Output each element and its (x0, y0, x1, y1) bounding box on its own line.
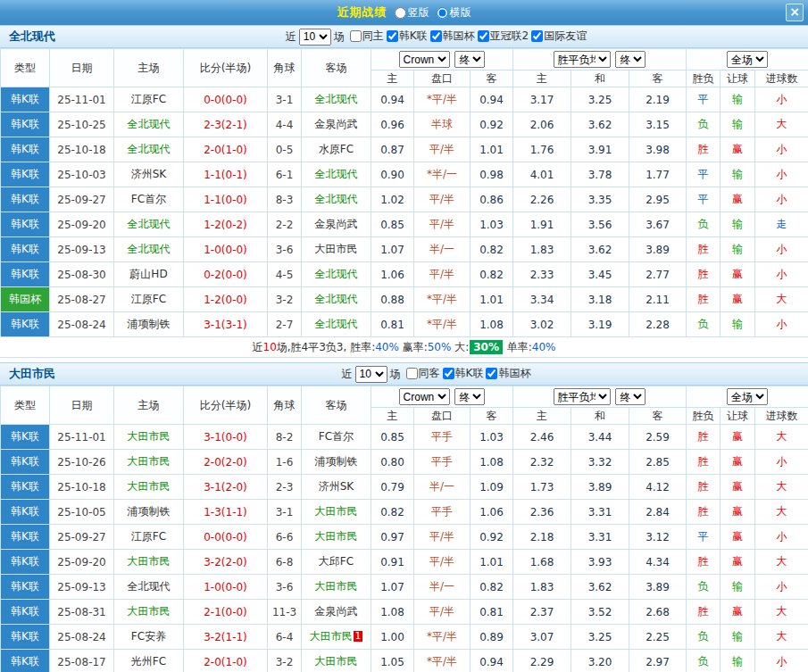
avg-stage-select[interactable]: 终 (615, 388, 646, 405)
home-team: 全北现代 (114, 137, 184, 162)
league-filter-checkbox[interactable]: 韩国杯 (486, 366, 530, 381)
handicap-result-cell: 输 (721, 237, 755, 262)
result-cell: 平 (687, 87, 721, 112)
odds-stage-select[interactable]: 终 (454, 51, 485, 68)
league-type-cell: 韩K联 (1, 600, 50, 625)
scope-group-header: 全场 (687, 386, 808, 408)
avg-home-odds: 1.76 (513, 137, 571, 162)
avg-home-odds: 1.83 (513, 237, 571, 262)
avg-away-odds: 2.28 (629, 312, 687, 337)
match-date: 25-09-13 (50, 237, 114, 262)
handicap: 半/一 (414, 575, 471, 600)
avg-stage-select[interactable]: 终 (615, 51, 646, 68)
avg-away-odds: 2.59 (629, 425, 687, 450)
match-date: 25-08-30 (50, 262, 114, 287)
avg-draw-odds: 3.31 (571, 500, 629, 525)
avg-home-odds: 3.17 (513, 87, 571, 112)
match-row: 韩K联25-10-26大田市民2-0(2-0)1-6浦项制铁0.80平手1.08… (1, 450, 808, 475)
odds-stage-select[interactable]: 终 (454, 388, 485, 405)
avg-draw-odds: 3.25 (571, 87, 629, 112)
vertical-radio-input[interactable] (395, 7, 406, 19)
match-date: 25-11-01 (50, 87, 114, 112)
corner-score: 2-2 (268, 212, 302, 237)
handicap-result-cell: 赢 (721, 187, 755, 212)
goals-result-cell: 大 (755, 425, 808, 450)
league-filter-checkbox[interactable]: 韩K联 (443, 366, 484, 381)
league-filter-checkbox[interactable]: 同主 (350, 29, 384, 44)
handicap: 平/半 (414, 262, 471, 287)
layout-vertical-radio[interactable]: 竖版 (395, 5, 429, 21)
league-filter-checkbox[interactable]: 国际友谊 (531, 29, 587, 44)
away-odds: 1.09 (471, 475, 513, 500)
summary-segment: 场,胜4平3负3, 胜率: (277, 341, 375, 353)
away-odds: 1.06 (471, 500, 513, 525)
away-team: 大邱FC (302, 550, 371, 575)
home-odds: 1.07 (371, 575, 414, 600)
bookmaker-select[interactable]: Crown (399, 388, 450, 405)
layout-horizontal-radio[interactable]: 横版 (437, 5, 471, 21)
corner-score: 6-8 (268, 550, 302, 575)
avg-away-odds: 1.77 (629, 162, 687, 187)
summary-segment: 近 (253, 341, 263, 353)
away-team: 全北现代 (302, 262, 371, 287)
match-row: 韩K联25-10-18大田市民3-1(2-0)2-3济州SK0.79半/一1.0… (1, 475, 808, 500)
checkbox-input[interactable] (387, 30, 398, 42)
score: 2-0(2-0) (184, 450, 268, 475)
checkbox-input[interactable] (350, 30, 362, 42)
avg-draw-odds: 3.56 (571, 212, 629, 237)
result-cell: 负 (687, 212, 721, 237)
match-date: 25-08-17 (50, 650, 114, 672)
subcol-home-odds: 主 (371, 408, 414, 425)
goals-result-cell: 小 (755, 162, 808, 187)
score: 3-2(1-1) (184, 625, 268, 650)
summary-segment: 大: (451, 341, 469, 353)
team-band: 大田市民 近 10 场 同客韩K联韩国杯 (0, 362, 808, 386)
checkbox-input[interactable] (478, 30, 489, 42)
close-icon[interactable]: × (786, 4, 804, 21)
horizontal-radio-input[interactable] (437, 7, 448, 19)
avg-home-odds: 2.26 (513, 187, 571, 212)
team-band: 全北现代 近 10 场 同主韩K联韩国杯亚冠联2国际友谊 (0, 25, 808, 48)
avg-draw-odds: 3.44 (571, 425, 629, 450)
corner-score: 3-6 (268, 575, 302, 600)
away-odds: 0.94 (471, 87, 513, 112)
checkbox-input[interactable] (443, 368, 454, 379)
handicap: *半/一 (414, 162, 471, 187)
avg-away-odds: 2.25 (629, 625, 687, 650)
league-filter-checkbox[interactable]: 亚冠联2 (478, 29, 529, 44)
home-odds: 0.80 (371, 450, 414, 475)
checkbox-input[interactable] (531, 30, 543, 42)
league-type-cell: 韩K联 (1, 187, 50, 212)
checkbox-input[interactable] (430, 30, 442, 42)
goals-result-cell: 大 (755, 600, 808, 625)
match-row: 韩K联25-11-01大田市民3-1(0-0)8-2FC首尔0.85平手1.03… (1, 425, 808, 450)
away-team: 全北现代 (302, 312, 371, 337)
summary-segment: 50% (428, 341, 452, 353)
scope-select[interactable]: 全场 (727, 51, 768, 68)
score: 3-1(2-0) (184, 475, 268, 500)
subcol-avg-home: 主 (513, 408, 571, 425)
result-cell: 胜 (687, 262, 721, 287)
match-count-select[interactable]: 10 (355, 366, 387, 383)
checkbox-label: 韩K联 (455, 366, 484, 381)
avg-type-select[interactable]: 胜平负均值 (554, 51, 611, 68)
avg-home-odds: 2.32 (513, 450, 571, 475)
avg-home-odds: 2.06 (513, 112, 571, 137)
match-date: 25-10-03 (50, 162, 114, 187)
avg-away-odds: 2.97 (629, 650, 687, 672)
avg-type-select[interactable]: 胜平负均值 (554, 388, 611, 405)
handicap: 半球 (414, 112, 471, 137)
league-filter-checkbox[interactable]: 同客 (406, 366, 440, 381)
match-count-select[interactable]: 10 (299, 29, 331, 46)
away-team: 全北现代 (302, 187, 371, 212)
scope-select[interactable]: 全场 (727, 388, 768, 405)
bookmaker-select[interactable]: Crown (399, 51, 450, 68)
league-type-cell: 韩国杯 (1, 287, 50, 312)
league-filter-checkbox[interactable]: 韩K联 (387, 29, 428, 44)
corner-score: 1-6 (268, 450, 302, 475)
near-label: 近 (286, 29, 296, 45)
checkbox-input[interactable] (486, 368, 497, 379)
checkbox-input[interactable] (406, 368, 418, 379)
match-date: 25-08-27 (50, 287, 114, 312)
league-filter-checkbox[interactable]: 韩国杯 (430, 29, 475, 44)
